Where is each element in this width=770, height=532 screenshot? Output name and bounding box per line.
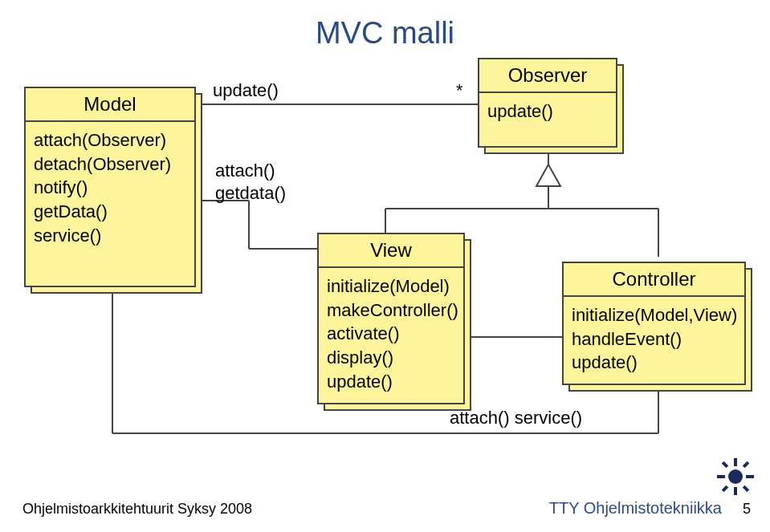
- assoc-label-getdata: getdata(): [215, 183, 286, 204]
- svg-point-14: [728, 469, 743, 484]
- uml-op: makeController(): [327, 298, 455, 323]
- footer-left: Ohjelmistoarkkitehtuurit Syksy 2008: [22, 501, 252, 518]
- uml-view-name: View: [319, 234, 463, 268]
- uml-model: Model attach(Observer) detach(Observer) …: [24, 87, 196, 287]
- assoc-multiplicity: *: [456, 80, 463, 101]
- uml-op: initialize(Model,View): [572, 303, 736, 327]
- svg-rect-20: [743, 461, 749, 468]
- uml-op: update(): [487, 99, 608, 124]
- assoc-label-update: update(): [213, 80, 279, 101]
- uml-op: initialize(Model): [327, 274, 455, 298]
- svg-rect-15: [734, 458, 737, 466]
- svg-rect-17: [717, 475, 725, 478]
- tty-logo-icon: [715, 457, 756, 497]
- svg-rect-19: [722, 461, 728, 468]
- uml-op: update(): [572, 351, 736, 375]
- uml-controller: Controller initialize(Model,View) handle…: [562, 262, 746, 385]
- page-number: 5: [743, 501, 751, 518]
- uml-controller-name: Controller: [564, 263, 744, 297]
- page-title: MVC malli: [0, 16, 770, 51]
- uml-op: display(): [327, 346, 455, 370]
- uml-op: update(): [327, 370, 455, 394]
- uml-observer-name: Observer: [479, 59, 616, 93]
- uml-op: activate(): [327, 322, 455, 346]
- uml-view: View initialize(Model) makeController() …: [317, 233, 465, 404]
- uml-controller-ops: initialize(Model,View) handleEvent() upd…: [564, 297, 744, 383]
- svg-rect-16: [734, 487, 737, 495]
- svg-rect-22: [743, 485, 749, 492]
- uml-model-name: Model: [26, 88, 194, 122]
- svg-marker-2: [536, 164, 560, 186]
- svg-rect-21: [722, 485, 728, 492]
- uml-op: getData(): [34, 200, 186, 224]
- uml-op: detach(Observer): [34, 152, 186, 177]
- footer-right: TTY Ohjelmistotekniikka: [549, 499, 722, 518]
- uml-model-ops: attach(Observer) detach(Observer) notify…: [26, 122, 194, 255]
- uml-observer: Observer update(): [478, 58, 617, 148]
- uml-view-ops: initialize(Model) makeController() activ…: [319, 268, 463, 401]
- svg-rect-18: [746, 475, 754, 478]
- uml-observer-ops: update(): [479, 93, 616, 132]
- uml-op: service(): [34, 224, 186, 248]
- uml-op: handleEvent(): [572, 327, 736, 351]
- uml-op: attach(Observer): [34, 128, 186, 152]
- uml-op: notify(): [34, 176, 186, 200]
- assoc-label-attach: attach(): [215, 160, 275, 181]
